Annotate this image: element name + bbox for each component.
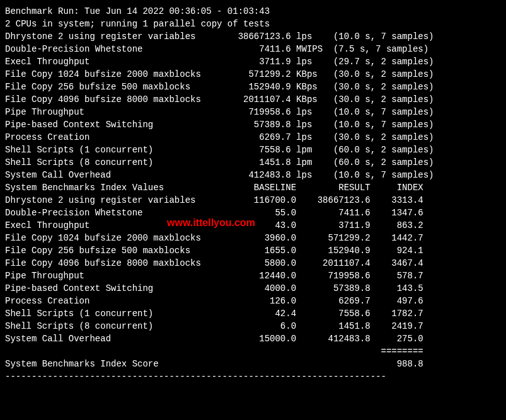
index-row: Pipe Throughput 12440.0 719958.6 578.7: [5, 270, 501, 282]
result-row: File Copy 256 bufsize 500 maxblocks 1529…: [5, 81, 501, 93]
index-row: File Copy 256 bufsize 500 maxblocks 1655…: [5, 244, 501, 257]
index-row: Shell Scripts (1 concurrent) 42.4 7558.6…: [5, 307, 501, 320]
result-row: Shell Scripts (1 concurrent) 7558.6 lpm …: [5, 144, 501, 156]
result-row: Shell Scripts (8 concurrent) 1451.8 lpm …: [5, 156, 501, 169]
benchmark-run-line: Benchmark Run: Tue Jun 14 2022 00:36:05 …: [5, 5, 501, 18]
result-row: Dhrystone 2 using register variables 386…: [5, 30, 501, 43]
terminal-output: Benchmark Run: Tue Jun 14 2022 00:36:05 …: [5, 5, 501, 383]
index-row: Shell Scripts (8 concurrent) 6.0 1451.8 …: [5, 320, 501, 332]
index-row: System Call Overhead 15000.0 412483.8 27…: [5, 332, 501, 345]
index-row: Dhrystone 2 using register variables 116…: [5, 194, 501, 207]
score-line: System Benchmarks Index Score 988.8: [5, 358, 501, 370]
divider-eq: ========: [5, 345, 501, 358]
result-row: Double-Precision Whetstone 7411.6 MWIPS …: [5, 43, 501, 55]
result-row: System Call Overhead 412483.8 lps (10.0 …: [5, 169, 501, 181]
index-row: Execl Throughput 43.0 3711.9 863.2: [5, 219, 501, 232]
result-row: File Copy 4096 bufsize 8000 maxblocks 20…: [5, 93, 501, 106]
index-row: File Copy 1024 bufsize 2000 maxblocks 39…: [5, 232, 501, 244]
cpu-line: 2 CPUs in system; running 1 parallel cop…: [5, 18, 501, 30]
result-row: Execl Throughput 3711.9 lps (29.7 s, 2 s…: [5, 55, 501, 68]
index-row: Pipe-based Context Switching 4000.0 5738…: [5, 282, 501, 295]
index-row: File Copy 4096 bufsize 8000 maxblocks 58…: [5, 257, 501, 270]
result-row: Pipe Throughput 719958.6 lps (10.0 s, 7 …: [5, 106, 501, 118]
result-row: Process Creation 6269.7 lps (30.0 s, 2 s…: [5, 131, 501, 144]
index-row: Double-Precision Whetstone 55.0 7411.6 1…: [5, 207, 501, 219]
index-header: System Benchmarks Index Values BASELINE …: [5, 181, 501, 194]
result-row: Pipe-based Context Switching 57389.8 lps…: [5, 118, 501, 131]
index-row: Process Creation 126.0 6269.7 497.6: [5, 295, 501, 307]
result-row: File Copy 1024 bufsize 2000 maxblocks 57…: [5, 68, 501, 81]
divider-dash: ----------------------------------------…: [5, 370, 501, 383]
